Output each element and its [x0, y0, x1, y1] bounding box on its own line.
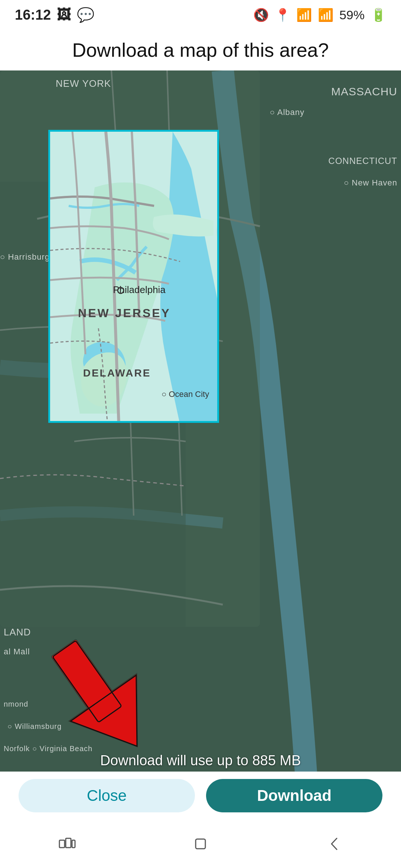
- status-left: 16:12 🖼 💬: [15, 7, 94, 23]
- back-icon[interactable]: [325, 835, 343, 853]
- time-display: 16:12: [15, 7, 51, 23]
- highlight-map-svg: NEW JERSEY DELAWARE Philadelphia ○ Ocean…: [50, 132, 217, 421]
- download-info-text: Download will use up to 885 MB: [100, 753, 301, 769]
- red-arrow-overlay: [19, 618, 175, 760]
- signal-icon: 📶: [318, 7, 333, 22]
- bg-albany-label: ○ Albany: [270, 108, 304, 117]
- message-icon: 💬: [77, 7, 94, 23]
- red-arrow-svg: [19, 618, 175, 759]
- wifi-icon: 📶: [296, 7, 312, 22]
- bg-connecticut-label: CONNECTICUT: [328, 156, 397, 166]
- bottom-action-bar[interactable]: Close Download: [0, 772, 401, 820]
- bg-newhaven-label: ○ New Haven: [344, 178, 397, 188]
- page-title: Download a map of this area?: [72, 39, 329, 61]
- home-icon[interactable]: [191, 835, 210, 853]
- download-info-bar: Download will use up to 885 MB: [0, 746, 401, 775]
- battery-percent: 59%: [339, 8, 365, 22]
- svg-rect-19: [72, 840, 75, 848]
- svg-text:NEW JERSEY: NEW JERSEY: [78, 306, 171, 320]
- svg-text:○ Ocean City: ○ Ocean City: [162, 389, 209, 399]
- map-highlight-area: NEW JERSEY DELAWARE Philadelphia ○ Ocean…: [48, 130, 219, 423]
- status-bar: 16:12 🖼 💬 🔇 📍 📶 📶 59% 🔋: [0, 0, 401, 30]
- map-background: NEW YORK MASSACHU ○ Albany CONNECTICUT ○…: [0, 70, 401, 868]
- mute-icon: 🔇: [253, 7, 269, 22]
- download-button[interactable]: Download: [206, 779, 382, 812]
- photo-icon: 🖼: [57, 7, 71, 23]
- bg-harrisburg-label: ○ Harrisburg: [0, 252, 50, 262]
- close-button[interactable]: Close: [19, 779, 195, 812]
- location-icon: 📍: [275, 7, 290, 22]
- svg-rect-20: [196, 839, 205, 849]
- status-right: 🔇 📍 📶 📶 59% 🔋: [253, 7, 386, 22]
- svg-text:DELAWARE: DELAWARE: [83, 367, 151, 379]
- svg-rect-18: [66, 838, 71, 848]
- bg-newyork-label: NEW YORK: [56, 78, 111, 89]
- svg-rect-17: [59, 840, 65, 848]
- navigation-bar: [0, 820, 401, 868]
- battery-icon: 🔋: [371, 7, 386, 22]
- recent-apps-icon[interactable]: [58, 835, 76, 853]
- title-bar: Download a map of this area?: [0, 30, 401, 70]
- bg-massachusetts-label: MASSACHU: [331, 85, 397, 98]
